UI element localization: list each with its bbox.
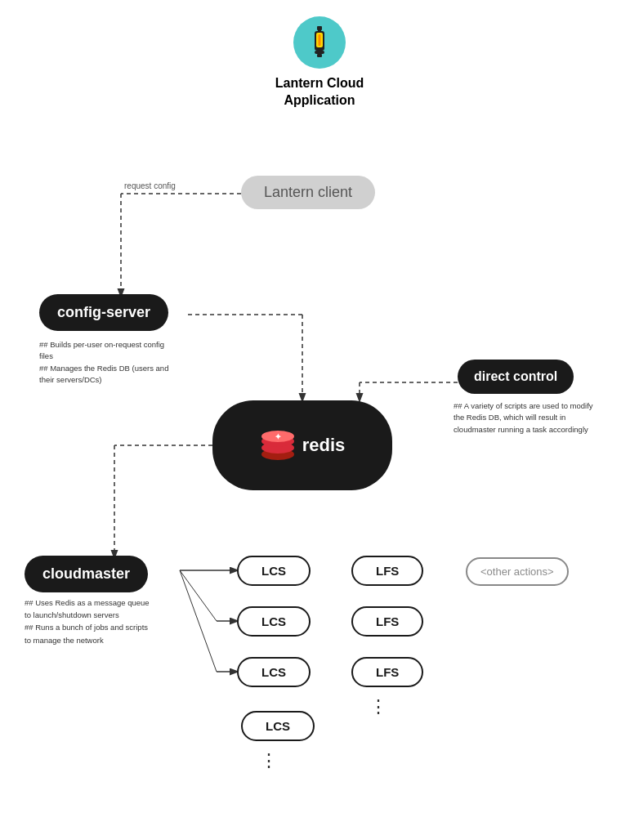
redis-label: redis	[302, 435, 346, 456]
svg-rect-18	[319, 34, 321, 46]
lcs-node-1: LCS	[237, 556, 311, 586]
cloudmaster-node: cloudmaster	[25, 556, 148, 592]
svg-rect-20	[317, 54, 322, 57]
lfs-ellipsis: ⋮	[369, 698, 386, 716]
svg-line-12	[180, 570, 217, 672]
svg-text:✦: ✦	[275, 432, 282, 441]
svg-line-10	[180, 570, 217, 621]
svg-rect-19	[315, 51, 324, 54]
lfs-node-1: LFS	[351, 556, 423, 586]
svg-text:request config: request config	[124, 181, 176, 190]
lcs-node-4: LCS	[241, 711, 315, 741]
lcs-ellipsis: ⋮	[260, 752, 276, 770]
lantern-client-node: Lantern client	[241, 176, 375, 209]
lfs-node-3: LFS	[351, 657, 423, 687]
diagram-container: request config	[0, 0, 639, 840]
lcs-node-2: LCS	[237, 606, 311, 637]
other-actions-node: <other actions>	[466, 557, 569, 586]
config-server-node: config-server	[39, 294, 168, 331]
lfs-node-2: LFS	[351, 606, 423, 637]
direct-control-node: direct control	[458, 360, 574, 394]
lcs-node-3: LCS	[237, 657, 311, 687]
svg-rect-15	[318, 29, 321, 31]
lantern-app-node: Lantern Cloud Application	[254, 16, 385, 109]
config-server-note: ## Builds per-user on-request config fil…	[39, 339, 170, 386]
cloudmaster-note: ## Uses Redis as a message queue to laun…	[25, 596, 150, 646]
redis-logo: ✦ redis	[260, 430, 346, 461]
app-title: Lantern Cloud Application	[254, 75, 385, 109]
direct-control-note: ## A variety of scripts are used to modi…	[454, 400, 597, 436]
lantern-icon	[293, 16, 346, 69]
redis-node: ✦ redis	[212, 400, 392, 490]
